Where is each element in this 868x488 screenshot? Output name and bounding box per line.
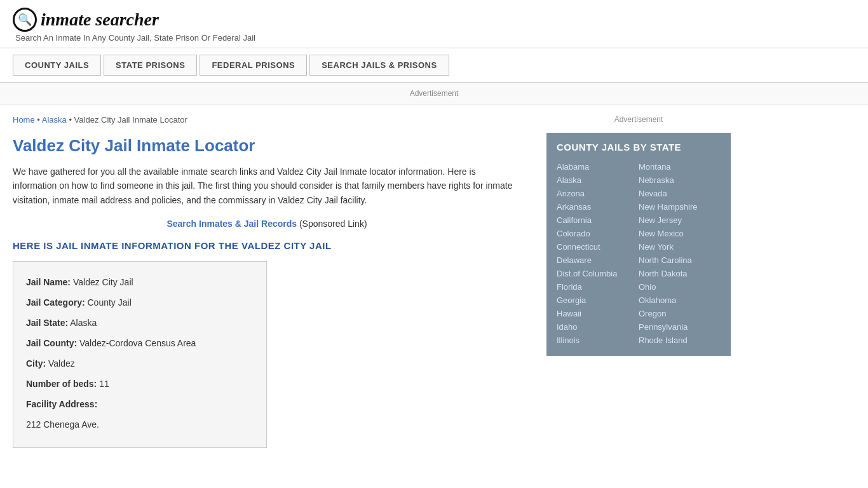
jail-info-box: Jail Name: Valdez City Jail Jail Categor… [13,261,267,448]
state-link-nebraska[interactable]: Nebraska [639,173,721,187]
jail-category-label: Jail Category: [26,297,85,308]
nav-state-prisons[interactable]: STATE PRISONS [104,55,197,76]
sponsored-link-area: Search Inmates & Jail Records (Sponsored… [13,219,521,229]
state-link-arizona[interactable]: Arizona [557,187,639,200]
state-link-alaska[interactable]: Alaska [557,173,639,187]
jail-cat-val: County Jail [87,297,131,308]
sponsored-tag: (Sponsored Link) [299,219,367,229]
state-link-georgia[interactable]: Georgia [557,294,639,307]
county-jails-by-state-box: COUNTY JAILS BY STATE AlabamaAlaskaArizo… [546,133,731,356]
content-area: Home • Alaska • Valdez City Jail Inmate … [13,105,534,461]
states-col2: MontanaNebraskaNevadaNew HampshireNew Je… [639,160,721,347]
jail-address-value: 212 Chenega Ave. [26,419,99,430]
nav-county-jails[interactable]: COUNTY JAILS [13,55,101,76]
state-link-nevada[interactable]: Nevada [639,187,721,200]
jail-beds-label: Number of beds: [26,379,97,389]
logo-area: 🔍 inmate searcher [13,8,855,32]
jail-state-label: Jail State: [26,318,68,328]
logo-text: inmate searcher [41,10,159,30]
states-grid: AlabamaAlaskaArizonaArkansasCaliforniaCo… [557,160,721,347]
state-link-montana[interactable]: Montana [639,160,721,173]
section-heading: HERE IS JAIL INMATE INFORMATION FOR THE … [13,240,521,251]
description-text: We have gathered for you all the availab… [13,165,521,207]
ad-bar: Advertisement [0,83,868,105]
state-link-colorado[interactable]: Colorado [557,227,639,240]
jail-county-val: Valdez-Cordova Census Area [79,338,196,348]
jail-beds-val: 11 [99,379,109,389]
jail-beds-row: Number of beds: 11 [26,375,254,393]
jail-name-val: Valdez City Jail [73,277,133,287]
state-link-oklahoma[interactable]: Oklahoma [639,294,721,307]
county-jails-by-state-title: COUNTY JAILS BY STATE [557,142,721,152]
jail-name-row: Jail Name: Valdez City Jail [26,273,254,291]
state-link-rhode-island[interactable]: Rhode Island [639,334,721,347]
breadcrumb-current: Valdez City Jail Inmate Locator [74,115,187,125]
state-link-north-carolina[interactable]: North Carolina [639,254,721,267]
breadcrumb-sep2: • [69,115,74,125]
header: 🔍 inmate searcher Search An Inmate In An… [0,0,868,48]
jail-address-value-row: 212 Chenega Ave. [26,416,254,433]
sidebar-ad: Advertisement [546,115,731,124]
jail-city-val: Valdez [48,358,75,369]
state-link-alabama[interactable]: Alabama [557,160,639,173]
state-link-pennsylvania[interactable]: Pennsylvania [639,320,721,334]
logo-icon: 🔍 [13,8,37,32]
breadcrumb-alaska[interactable]: Alaska [42,115,67,125]
nav-bar: COUNTY JAILS STATE PRISONS FEDERAL PRISO… [0,48,868,83]
state-link-new-mexico[interactable]: New Mexico [639,227,721,240]
state-link-arkansas[interactable]: Arkansas [557,200,639,214]
state-link-north-dakota[interactable]: North Dakota [639,267,721,280]
jail-state-val: Alaska [70,318,97,328]
nav-search-jails[interactable]: SEARCH JAILS & PRISONS [309,55,449,76]
main-layout: Home • Alaska • Valdez City Jail Inmate … [0,105,868,461]
nav-federal-prisons[interactable]: FEDERAL PRISONS [200,55,307,76]
sponsored-link-anchor[interactable]: Search Inmates & Jail Records [166,219,297,229]
state-link-florida[interactable]: Florida [557,280,639,294]
state-link-new-hampshire[interactable]: New Hampshire [639,200,721,214]
state-link-delaware[interactable]: Delaware [557,254,639,267]
state-link-idaho[interactable]: Idaho [557,320,639,334]
jail-state-row: Jail State: Alaska [26,314,254,332]
jail-city-row: City: Valdez [26,355,254,372]
state-link-connecticut[interactable]: Connecticut [557,240,639,254]
state-link-oregon[interactable]: Oregon [639,307,721,320]
state-link-new-york[interactable]: New York [639,240,721,254]
breadcrumb: Home • Alaska • Valdez City Jail Inmate … [13,115,521,125]
state-link-new-jersey[interactable]: New Jersey [639,214,721,227]
states-col1: AlabamaAlaskaArizonaArkansasCaliforniaCo… [557,160,639,347]
state-link-illinois[interactable]: Illinois [557,334,639,347]
state-link-dist.of-columbia[interactable]: Dist.of Columbia [557,267,639,280]
jail-category-row: Jail Category: County Jail [26,294,254,311]
jail-address-row: Facility Address: [26,395,254,413]
jail-name-label: Jail Name: [26,277,71,287]
jail-county-label: Jail County: [26,338,77,348]
jail-county-row: Jail County: Valdez-Cordova Census Area [26,334,254,352]
jail-city-label: City: [26,358,46,369]
breadcrumb-home[interactable]: Home [13,115,35,125]
state-link-ohio[interactable]: Ohio [639,280,721,294]
sidebar: Advertisement COUNTY JAILS BY STATE Alab… [534,105,731,461]
page-title: Valdez City Jail Inmate Locator [13,136,521,156]
state-link-hawaii[interactable]: Hawaii [557,307,639,320]
breadcrumb-sep1: • [37,115,41,125]
state-link-california[interactable]: California [557,214,639,227]
jail-address-label: Facility Address: [26,399,97,409]
tagline: Search An Inmate In Any County Jail, Sta… [15,33,855,43]
